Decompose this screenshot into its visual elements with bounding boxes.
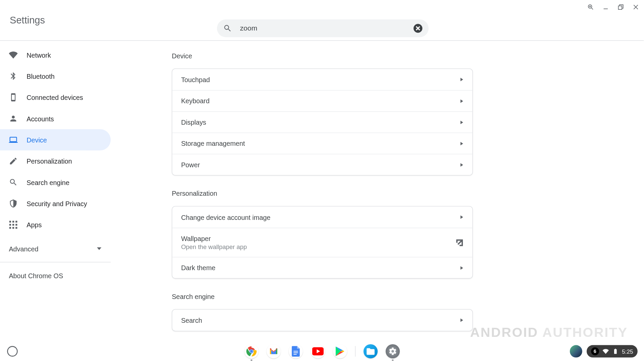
chevron-down-icon: [97, 246, 102, 251]
search-icon: [223, 24, 232, 33]
row-label: Touchpad: [181, 76, 210, 83]
chevron-right-icon: [460, 163, 464, 167]
shield-icon: [9, 199, 17, 208]
phone-icon: [9, 93, 17, 102]
watermark: ANDROID AUTHORITY: [470, 325, 628, 340]
sidebar-item-network[interactable]: Network: [0, 44, 111, 65]
search-box[interactable]: [217, 19, 429, 37]
settings-app-icon[interactable]: [385, 344, 399, 358]
play-store-app-icon[interactable]: [333, 344, 347, 358]
bluetooth-icon: [9, 72, 17, 80]
sidebar-advanced[interactable]: Advanced: [0, 238, 111, 259]
sidebar-about[interactable]: About Chrome OS: [0, 265, 111, 286]
pencil-icon: [9, 157, 17, 165]
row-sublabel: Open the wallpaper app: [181, 243, 247, 250]
section-title-personalization: Personalization: [172, 190, 473, 197]
shelf-divider: [355, 346, 355, 357]
row-label: Dark theme: [181, 264, 215, 272]
main-content: Device Touchpad Keyboard Displays Storag…: [111, 41, 644, 341]
section-title-search-engine: Search engine: [172, 293, 473, 300]
search-icon: [9, 178, 17, 187]
search-input[interactable]: [240, 24, 406, 33]
sidebar: Network Bluetooth Connected devices Acco…: [0, 41, 111, 341]
row-label: Storage management: [181, 140, 245, 147]
laptop-icon: [9, 135, 17, 144]
status-tray[interactable]: 6 5:25: [587, 345, 638, 358]
sidebar-item-connected[interactable]: Connected devices: [0, 87, 111, 108]
chevron-right-icon: [460, 99, 464, 103]
sidebar-item-label: Network: [26, 51, 51, 58]
wifi-status-icon: [602, 348, 608, 354]
row-label: Wallpaper: [181, 235, 247, 242]
chrome-app-icon[interactable]: [244, 344, 258, 358]
sidebar-item-search-engine[interactable]: Search engine: [0, 172, 111, 193]
chevron-right-icon: [460, 78, 464, 81]
row-label: Change device account image: [181, 214, 270, 221]
chevron-right-icon: [460, 121, 464, 124]
chevron-right-icon: [460, 266, 464, 270]
svg-point-14: [250, 350, 253, 353]
notification-badge: 6: [591, 347, 599, 355]
open-external-icon: [455, 239, 464, 247]
app-title: Settings: [10, 14, 45, 26]
row-dark-theme[interactable]: Dark theme: [172, 257, 472, 278]
svg-rect-16: [293, 352, 298, 353]
sidebar-item-label: Search engine: [26, 179, 69, 186]
row-label: Keyboard: [181, 97, 210, 105]
row-keyboard[interactable]: Keyboard: [172, 90, 472, 111]
sidebar-item-label: Accounts: [26, 115, 54, 122]
sidebar-item-label: Apps: [26, 221, 42, 228]
sidebar-item-apps[interactable]: Apps: [0, 214, 111, 235]
row-power[interactable]: Power: [172, 154, 472, 175]
advanced-label: Advanced: [9, 245, 38, 252]
apps-icon: [9, 220, 17, 229]
row-search[interactable]: Search: [172, 310, 472, 331]
chevron-right-icon: [460, 216, 464, 219]
sidebar-item-accounts[interactable]: Accounts: [0, 108, 111, 129]
user-avatar[interactable]: [570, 345, 582, 358]
sidebar-item-label: Personalization: [26, 157, 72, 165]
sidebar-item-device[interactable]: Device: [0, 129, 111, 150]
svg-rect-17: [293, 354, 297, 355]
sidebar-item-label: Security and Privacy: [26, 200, 87, 207]
svg-rect-15: [293, 351, 298, 352]
youtube-app-icon[interactable]: [311, 344, 325, 358]
row-label: Power: [181, 161, 200, 168]
row-change-image[interactable]: Change device account image: [172, 206, 472, 228]
sidebar-item-label: Bluetooth: [26, 72, 55, 80]
wifi-icon: [9, 50, 17, 59]
sidebar-item-personalization[interactable]: Personalization: [0, 150, 111, 172]
status-time: 5:25: [622, 348, 633, 355]
sidebar-item-label: Device: [26, 136, 47, 143]
files-app-icon[interactable]: [363, 344, 377, 358]
sidebar-item-security[interactable]: Security and Privacy: [0, 193, 111, 214]
sidebar-item-label: Connected devices: [26, 94, 83, 101]
row-storage[interactable]: Storage management: [172, 133, 472, 154]
row-displays[interactable]: Displays: [172, 112, 472, 133]
row-touchpad[interactable]: Touchpad: [172, 69, 472, 90]
divider: [0, 262, 111, 262]
clear-search-icon[interactable]: [414, 24, 422, 33]
launcher-icon[interactable]: [7, 346, 18, 357]
chevron-right-icon: [460, 142, 464, 145]
row-wallpaper[interactable]: Wallpaper Open the wallpaper app: [172, 228, 472, 257]
row-label: Search: [181, 316, 202, 324]
sidebar-item-bluetooth[interactable]: Bluetooth: [0, 65, 111, 86]
about-label: About Chrome OS: [9, 272, 63, 279]
person-icon: [9, 114, 17, 123]
gmail-app-icon[interactable]: [266, 344, 280, 358]
row-label: Displays: [181, 119, 206, 126]
docs-app-icon[interactable]: [288, 344, 303, 358]
chevron-right-icon: [460, 318, 464, 322]
battery-status-icon: [612, 348, 618, 354]
section-title-device: Device: [172, 52, 473, 60]
